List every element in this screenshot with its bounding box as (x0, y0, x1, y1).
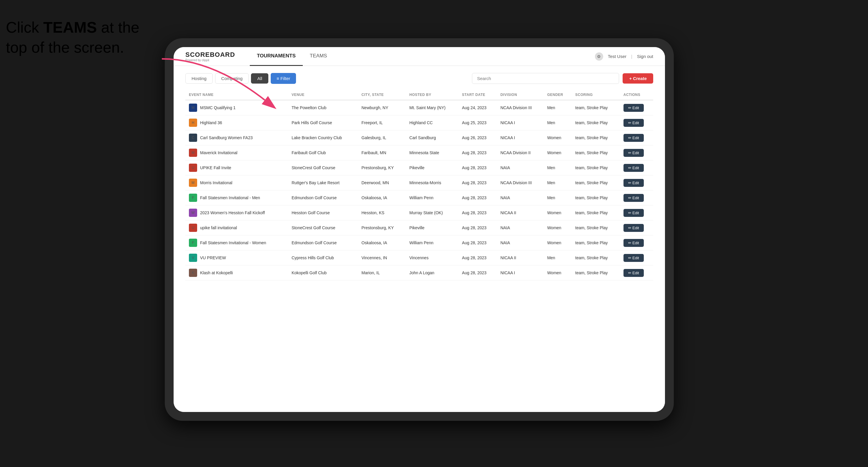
team-logo-9: F (189, 239, 197, 247)
venue-cell-6: Edmundson Golf Course (288, 190, 358, 206)
edit-button-0[interactable]: ✏ Edit (623, 104, 644, 112)
actions-cell-6: ✏ Edit (620, 190, 653, 206)
event-name-8: upike fall invitational (200, 225, 237, 230)
table-row: U upike fall invitational StoneCrest Gol… (185, 220, 653, 236)
actions-cell-4: ✏ Edit (620, 160, 653, 176)
venue-cell-4: StoneCrest Golf Course (288, 160, 358, 176)
venue-cell-8: StoneCrest Golf Course (288, 220, 358, 236)
edit-button-11[interactable]: ✏ Edit (623, 269, 644, 277)
scoring-cell-6: team, Stroke Play (572, 190, 620, 206)
gender-cell-11: Women (544, 266, 572, 280)
edit-button-7[interactable]: ✏ Edit (623, 209, 644, 217)
city-cell-10: Vincennes, IN (358, 250, 406, 266)
search-input[interactable] (472, 73, 619, 84)
scoring-cell-11: team, Stroke Play (572, 266, 620, 280)
hosted-cell-5: Minnesota-Morris (406, 176, 458, 190)
table-row: V VU PREVIEW Cypress Hills Golf Club Vin… (185, 250, 653, 266)
city-cell-7: Hesston, KS (358, 206, 406, 220)
edit-button-10[interactable]: ✏ Edit (623, 254, 644, 262)
table-row: M Maverick Invitational Faribault Golf C… (185, 145, 653, 160)
user-name: Test User (608, 54, 626, 59)
instruction-line2: top of the screen. (6, 39, 124, 56)
gender-cell-2: Women (544, 130, 572, 145)
city-cell-9: Oskaloosa, IA (358, 236, 406, 250)
event-name-11: Klash at Kokopelli (200, 271, 233, 275)
create-button[interactable]: + Create (623, 73, 653, 84)
team-logo-10: V (189, 254, 197, 262)
date-cell-9: Aug 28, 2023 (458, 236, 497, 250)
instruction-overlay: Click TEAMS at the top of the screen. (6, 18, 140, 57)
edit-button-6[interactable]: ✏ Edit (623, 194, 644, 202)
edit-button-1[interactable]: ✏ Edit (623, 119, 644, 127)
actions-cell-7: ✏ Edit (620, 206, 653, 220)
team-logo-2: C (189, 133, 197, 142)
division-cell-1: NICAA I (497, 115, 544, 130)
date-cell-8: Aug 28, 2023 (458, 220, 497, 236)
col-scoring: SCORING (572, 90, 620, 100)
date-cell-11: Aug 28, 2023 (458, 266, 497, 280)
hosted-cell-1: Highland CC (406, 115, 458, 130)
event-name-2: Carl Sandburg Women FA23 (200, 135, 253, 140)
team-logo-8: U (189, 224, 197, 232)
city-cell-6: Oskaloosa, IA (358, 190, 406, 206)
col-division: DIVISION (497, 90, 544, 100)
actions-cell-9: ✏ Edit (620, 236, 653, 250)
date-cell-6: Aug 28, 2023 (458, 190, 497, 206)
actions-cell-1: ✏ Edit (620, 115, 653, 130)
edit-button-4[interactable]: ✏ Edit (623, 164, 644, 172)
event-name-10: VU PREVIEW (200, 255, 226, 260)
team-logo-6: F (189, 194, 197, 202)
event-name-cell-2: C Carl Sandburg Women FA23 (185, 130, 288, 145)
division-cell-5: NCAA Division III (497, 176, 544, 190)
gender-cell-7: Women (544, 206, 572, 220)
instruction-text-part2: at the (97, 19, 140, 36)
event-name-5: Morris Invitational (200, 180, 232, 185)
col-venue: VENUE (288, 90, 358, 100)
date-cell-3: Aug 28, 2023 (458, 145, 497, 160)
edit-button-8[interactable]: ✏ Edit (623, 224, 644, 232)
event-name-cell-8: U upike fall invitational (185, 220, 288, 236)
table-row: K Klash at Kokopelli Kokopelli Golf Club… (185, 266, 653, 280)
sign-out-link[interactable]: Sign out (637, 54, 653, 59)
city-cell-1: Freeport, IL (358, 115, 406, 130)
hosted-cell-8: Pikeville (406, 220, 458, 236)
gender-cell-6: Men (544, 190, 572, 206)
actions-cell-3: ✏ Edit (620, 145, 653, 160)
table-row: C Carl Sandburg Women FA23 Lake Bracken … (185, 130, 653, 145)
scoring-cell-7: team, Stroke Play (572, 206, 620, 220)
edit-button-2[interactable]: ✏ Edit (623, 134, 644, 142)
edit-button-3[interactable]: ✏ Edit (623, 149, 644, 157)
division-cell-8: NAIA (497, 220, 544, 236)
edit-button-9[interactable]: ✏ Edit (623, 239, 644, 247)
settings-icon[interactable]: ⚙ (595, 52, 603, 61)
event-name-9: Fall Statesmen Invitational - Women (200, 241, 266, 245)
date-cell-7: Aug 28, 2023 (458, 206, 497, 220)
hosted-cell-6: William Penn (406, 190, 458, 206)
table-row: U UPIKE Fall Invite StoneCrest Golf Cour… (185, 160, 653, 176)
col-gender: GENDER (544, 90, 572, 100)
hosted-cell-4: Pikeville (406, 160, 458, 176)
date-cell-2: Aug 26, 2023 (458, 130, 497, 145)
scoring-cell-1: team, Stroke Play (572, 115, 620, 130)
city-cell-5: Deerwood, MN (358, 176, 406, 190)
gender-cell-9: Women (544, 236, 572, 250)
date-cell-0: Aug 24, 2023 (458, 100, 497, 115)
actions-cell-11: ✏ Edit (620, 266, 653, 280)
venue-cell-10: Cypress Hills Golf Club (288, 250, 358, 266)
gender-cell-4: Men (544, 160, 572, 176)
gender-cell-5: Men (544, 176, 572, 190)
team-logo-7: W (189, 209, 197, 217)
tab-teams[interactable]: TEAMS (303, 47, 334, 66)
division-cell-6: NAIA (497, 190, 544, 206)
venue-cell-11: Kokopelli Golf Club (288, 266, 358, 280)
division-cell-7: NICAA II (497, 206, 544, 220)
scoring-cell-10: team, Stroke Play (572, 250, 620, 266)
venue-cell-1: Park Hills Golf Course (288, 115, 358, 130)
instruction-text-part1: Click (6, 19, 43, 36)
edit-button-5[interactable]: ✏ Edit (623, 179, 644, 187)
hosted-cell-2: Carl Sandburg (406, 130, 458, 145)
scoring-cell-5: team, Stroke Play (572, 176, 620, 190)
tournaments-table: EVENT NAME VENUE CITY, STATE HOSTED BY S… (185, 90, 653, 405)
event-name-1: Highland 36 (200, 120, 222, 125)
venue-cell-9: Edmundson Golf Course (288, 236, 358, 250)
